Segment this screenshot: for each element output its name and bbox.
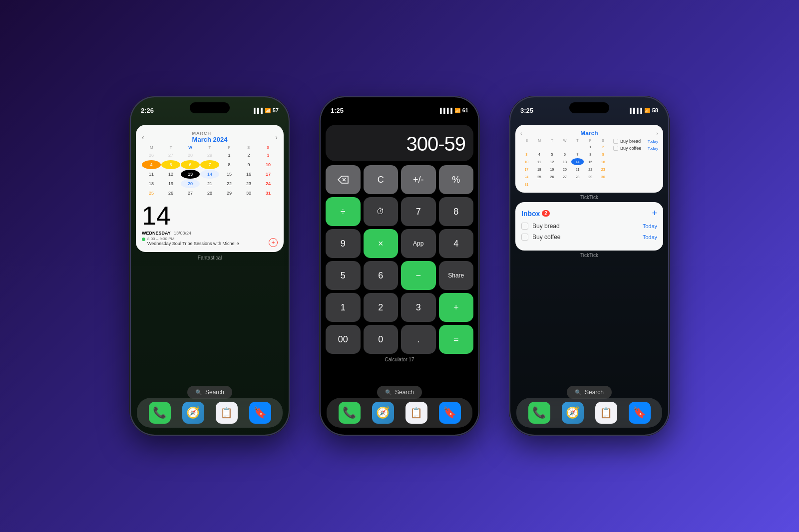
task-checkbox-mini-2[interactable]	[613, 146, 618, 151]
dock-tasks-3[interactable]: 📋	[595, 402, 617, 424]
tasks-icon-3: 📋	[600, 407, 612, 419]
phone-icon-2: 📞	[343, 406, 356, 419]
cal-month-label: MARCH	[192, 131, 228, 136]
dock-bookmark-2[interactable]: 🔖	[439, 402, 461, 424]
dock-phone-3[interactable]: 📞	[528, 402, 550, 424]
dynamic-island-2	[380, 102, 419, 113]
search-bar-1[interactable]: 🔍 Search	[187, 386, 232, 399]
safari-icon-2: 🧭	[376, 406, 390, 419]
search-bar-2[interactable]: 🔍 Search	[377, 386, 422, 399]
tasks-icon-2: 📋	[410, 407, 422, 419]
dock-bookmark-3[interactable]: 🔖	[629, 402, 651, 424]
dynamic-island-1	[190, 102, 230, 113]
task-mini-1: Buy bread Today	[613, 139, 658, 144]
phone-calculator: 1:25 ▐▐▐▐ 📶 61 300-59 C +/- % ÷ ⏱	[320, 96, 479, 436]
bookmark-icon-3: 🔖	[633, 406, 646, 419]
battery-icon-1: 57	[273, 107, 279, 113]
cal-full-title: March 2024	[192, 136, 228, 143]
cal-next-btn[interactable]: ›	[275, 133, 278, 141]
dock-safari-3[interactable]: 🧭	[562, 402, 584, 424]
task-today-mini-1: Today	[648, 139, 658, 144]
dock-1: 📞 🧭 📋 🔖	[137, 398, 283, 428]
cal-day-labels: MTWTFSS	[142, 145, 278, 150]
calc-plus[interactable]: +	[439, 293, 474, 322]
dock-safari-2[interactable]: 🧭	[372, 402, 394, 424]
calc-4[interactable]: 4	[439, 229, 474, 258]
calc-equals[interactable]: =	[439, 325, 474, 354]
calc-multiply[interactable]: ×	[364, 229, 399, 258]
ticktick-label-2: TickTick	[510, 253, 668, 258]
cal-mini-content: SMTWTFS 1 2 3 4 5 6 7	[520, 139, 658, 188]
calc-2[interactable]: 2	[364, 293, 399, 322]
phone-icon-3: 📞	[532, 406, 546, 419]
cal-mini-next[interactable]: ›	[656, 130, 658, 136]
cal-add-btn[interactable]: +	[269, 238, 278, 247]
dock-tasks-2[interactable]: 📋	[405, 402, 427, 424]
dock-phone-2[interactable]: 📞	[339, 402, 361, 424]
cal-mini-cells: 1 2 3 4 5 6 7 8 9 10 11 12 13 14	[520, 143, 609, 188]
calc-share[interactable]: Share	[439, 261, 474, 290]
task-name-mini-2: Buy coffee	[620, 146, 641, 151]
calc-8[interactable]: 8	[439, 197, 474, 226]
dock-2: 📞 🧭 📋 🔖	[327, 398, 472, 428]
dock-phone-1[interactable]: 📞	[149, 402, 171, 424]
calc-minus[interactable]: −	[401, 261, 436, 290]
inbox-checkbox-2[interactable]	[521, 234, 528, 241]
bookmark-icon-1: 🔖	[253, 406, 267, 419]
dock-tasks-1[interactable]: 📋	[216, 402, 238, 424]
cal-mini-prev[interactable]: ‹	[520, 130, 522, 136]
calc-dot[interactable]: .	[401, 325, 436, 354]
calc-grid: C +/- % ÷ ⏱ 7 8 9 × App 4 5 6 − Share 1 …	[321, 165, 478, 354]
calc-percent[interactable]: %	[439, 165, 474, 194]
calc-6[interactable]: 6	[364, 261, 399, 290]
calc-5[interactable]: 5	[326, 261, 361, 290]
calc-clear[interactable]: C	[364, 165, 399, 194]
calc-timer[interactable]: ⏱	[364, 197, 399, 226]
dock-safari-1[interactable]: 🧭	[182, 402, 204, 424]
calc-1[interactable]: 1	[326, 293, 361, 322]
calc-double-zero[interactable]: 00	[326, 325, 361, 354]
inbox-title: Inbox	[521, 210, 540, 218]
inbox-count: 2	[542, 210, 550, 217]
phone-ticktick: 3:25 ▐▐▐▐ 📶 58 ‹ March › SMTWTFS	[509, 96, 669, 436]
bookmark-icon-2: 🔖	[443, 406, 456, 419]
inbox-checkbox-1[interactable]	[521, 223, 528, 230]
event-text: Wednesday Soul Tribe Sessions with Miche…	[147, 241, 239, 246]
calc-divide[interactable]: ÷	[326, 197, 361, 226]
calc-7[interactable]: 7	[401, 197, 436, 226]
search-icon-1: 🔍	[195, 389, 202, 396]
battery-icon-3: 58	[652, 107, 658, 113]
task-today-mini-2: Today	[648, 146, 658, 151]
task-checkbox-mini-1[interactable]	[613, 139, 618, 144]
calc-backspace[interactable]	[326, 165, 361, 194]
wifi-icon-2: 📶	[454, 108, 460, 113]
inbox-task-1: Buy bread Today	[521, 223, 657, 230]
status-icons-3: ▐▐▐▐ 📶 58	[628, 107, 658, 113]
event-item: 8:00 – 9:30 PM Wednesday Soul Tribe Sess…	[142, 237, 278, 246]
tasks-icon-1: 📋	[220, 407, 233, 419]
inbox-task-name-1: Buy bread	[532, 223, 560, 230]
inbox-add-btn[interactable]: +	[652, 208, 657, 219]
task-mini-2: Buy coffee Today	[613, 146, 658, 151]
calc-app[interactable]: App	[401, 229, 436, 258]
cal-mini-title: March	[580, 130, 598, 137]
cal-prev-btn[interactable]: ‹	[142, 133, 144, 141]
fantastical-widget[interactable]: ‹ MARCH March 2024 › MTWTFSS 26 27 28 29	[136, 125, 284, 261]
search-bar-3[interactable]: 🔍 Search	[567, 386, 612, 399]
ticktick-label-1: TickTick	[510, 195, 668, 200]
big-date: 14	[142, 203, 171, 229]
calc-zero[interactable]: 0	[364, 325, 399, 354]
search-text-3: Search	[585, 389, 604, 396]
dock-bookmark-1[interactable]: 🔖	[249, 402, 271, 424]
calc-9[interactable]: 9	[326, 229, 361, 258]
fantastical-label: Fantastical	[136, 255, 284, 261]
status-icons-2: ▐▐▐▐ 📶 61	[438, 107, 468, 113]
ticktick-inbox-widget: Inbox 2 + Buy bread Today Buy coffee Tod…	[515, 202, 663, 251]
search-text-2: Search	[395, 389, 414, 396]
cal-mini-header: ‹ March ›	[520, 130, 658, 137]
calc-sign[interactable]: +/-	[401, 165, 436, 194]
calc-3[interactable]: 3	[401, 293, 436, 322]
battery-icon-2: 61	[462, 107, 468, 113]
time-2: 1:25	[331, 107, 344, 114]
inbox-task-2: Buy coffee Today	[521, 234, 657, 241]
